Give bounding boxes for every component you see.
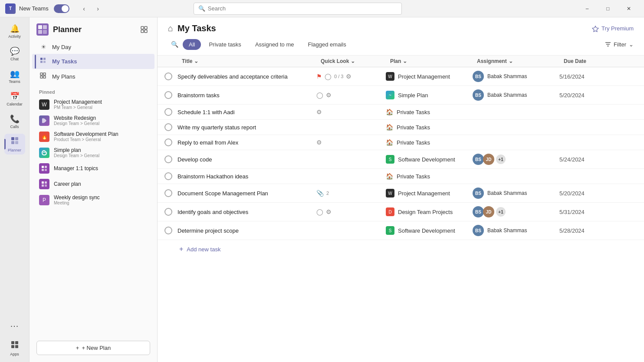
try-premium-label: Try Premium (601, 25, 634, 32)
svg-rect-32 (45, 184, 47, 187)
nav-my-plans[interactable]: My Plans (32, 69, 154, 84)
sidebar-item-planner[interactable]: Planner (4, 134, 25, 155)
task-checkbox[interactable] (164, 72, 172, 80)
pinned-item-wr[interactable]: Website Redesign Design Team > General (32, 112, 154, 128)
pinned-item-cp[interactable]: Career plan (32, 176, 154, 192)
forward-button[interactable]: › (92, 3, 104, 15)
window-controls: – □ ✕ (577, 2, 639, 16)
more-icon: ··· (10, 321, 19, 331)
svg-rect-27 (42, 169, 44, 171)
task-checkbox[interactable] (164, 138, 172, 146)
table-row[interactable]: Specify deliverables and acceptance crit… (158, 67, 644, 86)
pinned-item-sdp[interactable]: 🔥 Software Development Plan Product Team… (32, 128, 154, 145)
sp-sub: Design Team > General (54, 153, 99, 158)
search-bar[interactable]: 🔍 (194, 3, 402, 15)
svg-rect-21 (40, 73, 43, 75)
task-checkbox[interactable] (164, 108, 172, 116)
search-input[interactable] (208, 5, 397, 12)
filter-private-tasks[interactable]: Private tasks (203, 39, 247, 50)
table-row[interactable]: Schedule 1:1 with Aadi ⚙ 🏠 Private Tasks (158, 105, 644, 120)
table-row[interactable]: Develop code S Software Development BS J… (158, 150, 644, 169)
task-checkbox[interactable] (164, 189, 172, 197)
filter-all[interactable]: All (183, 39, 201, 50)
planner-expand-button[interactable] (138, 23, 150, 36)
task-checkbox[interactable] (164, 227, 172, 234)
nav-my-tasks[interactable]: My Tasks (32, 54, 154, 69)
wds-sub: Meeting (54, 201, 100, 205)
table-row[interactable]: Determine project scope S Software Devel… (158, 221, 644, 240)
task-plan: D Design Team Projects (386, 207, 473, 216)
maximize-button[interactable]: □ (598, 2, 618, 16)
sidebar-item-calendar[interactable]: 📅 Calendar (4, 89, 25, 109)
filter-icon (605, 41, 611, 47)
task-plan: W Project Management (386, 72, 473, 81)
table-row[interactable]: Brainstorm tasks ◯ ⚙ ~ Simple Plan BS Ba… (158, 86, 644, 105)
planner-icon (10, 136, 19, 147)
col-header-title[interactable]: Title ⌄ (182, 58, 321, 64)
table-row[interactable]: Write my quarterly status report 🏠 Priva… (158, 120, 644, 135)
col-header-assignment[interactable]: Assignment ⌄ (477, 58, 564, 64)
timer-icon: ◯ (316, 208, 323, 215)
task-duedate: 5/20/2024 (559, 92, 634, 99)
task-checkbox[interactable] (164, 91, 172, 99)
attachment-icon: 📎 (316, 190, 324, 197)
task-title: Develop code (177, 156, 316, 163)
svg-rect-24 (43, 76, 46, 78)
table-row[interactable]: Identify goals and objectives ◯ ⚙ D Desi… (158, 203, 644, 221)
col-header-plan[interactable]: Plan ⌄ (390, 58, 477, 64)
task-plan: 🏠 Private Tasks (386, 173, 473, 180)
settings-icon: ⚙ (346, 73, 352, 80)
task-checkbox[interactable] (164, 155, 172, 163)
sidebar-item-more[interactable]: ··· (4, 315, 25, 336)
task-checkbox[interactable] (164, 208, 172, 216)
settings-icon: ⚙ (316, 139, 322, 146)
pinned-item-wds[interactable]: P Weekly design sync Meeting (32, 192, 154, 208)
sidebar-item-activity[interactable]: 🔔 Activity (4, 21, 25, 42)
avatar: BS (473, 188, 484, 199)
sdp-name: Software Development Plan (54, 131, 118, 137)
filter-search-button[interactable]: 🔍 (168, 38, 181, 51)
filter-assigned-to-me[interactable]: Assigned to me (249, 39, 300, 50)
nav-my-day-label: My Day (52, 44, 71, 50)
minimize-button[interactable]: – (577, 2, 597, 16)
attachment-count: 2 (326, 191, 329, 196)
sidebar-item-chat[interactable]: 💬 Chat (4, 43, 25, 64)
sidebar-item-teams[interactable]: 👥 Teams (4, 66, 25, 87)
task-quicklook: ◯ ⚙ (316, 208, 386, 215)
pm-sub: PM Team > General (54, 105, 102, 110)
back-button[interactable]: ‹ (78, 3, 90, 15)
table-row[interactable]: Brainstorm Hackathon ideas 🏠 Private Tas… (158, 169, 644, 184)
new-teams-toggle[interactable] (54, 4, 69, 13)
filter-button[interactable]: Filter ⌄ (605, 41, 634, 48)
task-checkbox[interactable] (164, 172, 172, 180)
task-checkbox[interactable] (164, 123, 172, 131)
cp-icon (39, 179, 49, 189)
table-row[interactable]: Document Scope Management Plan 📎 2 W Pro… (158, 184, 644, 203)
calendar-icon: 📅 (10, 92, 20, 101)
pinned-item-m1t[interactable]: Manager 1:1 topics (32, 161, 154, 176)
try-premium-button[interactable]: Try Premium (592, 25, 634, 32)
my-day-icon: ☀ (39, 43, 48, 50)
sidebar-item-calls[interactable]: 📞 Calls (4, 111, 25, 132)
task-assignment: BS Babak Shammas (473, 188, 559, 199)
nav-my-day[interactable]: ☀ My Day (32, 40, 154, 54)
pinned-label: Pinned (30, 84, 157, 96)
avatar-count: +1 (496, 155, 506, 164)
table-row[interactable]: Reply to email from Alex ⚙ 🏠 Private Tas… (158, 135, 644, 150)
new-plan-button[interactable]: + + New Plan (36, 341, 150, 355)
sidebar-item-apps[interactable]: Apps (4, 338, 25, 359)
apps-icon (10, 340, 19, 351)
pinned-item-sp[interactable]: Simple plan Design Team > General (32, 145, 154, 161)
task-duedate: 5/16/2024 (559, 73, 634, 80)
filter-flagged-emails[interactable]: Flagged emails (302, 39, 352, 50)
svg-rect-29 (42, 181, 44, 184)
svg-rect-23 (40, 76, 43, 78)
add-task-row[interactable]: + Add new task (158, 240, 644, 258)
col-header-quicklook[interactable]: Quick Look ⌄ (321, 58, 390, 64)
wr-name: Website Redesign (54, 115, 99, 121)
col-header-duedate[interactable]: Due Date (564, 58, 634, 64)
pinned-item-pm[interactable]: W Project Management PM Team > General (32, 96, 154, 112)
svg-rect-31 (42, 184, 44, 187)
close-button[interactable]: ✕ (619, 2, 639, 16)
timer-icon: ◯ (325, 73, 332, 80)
